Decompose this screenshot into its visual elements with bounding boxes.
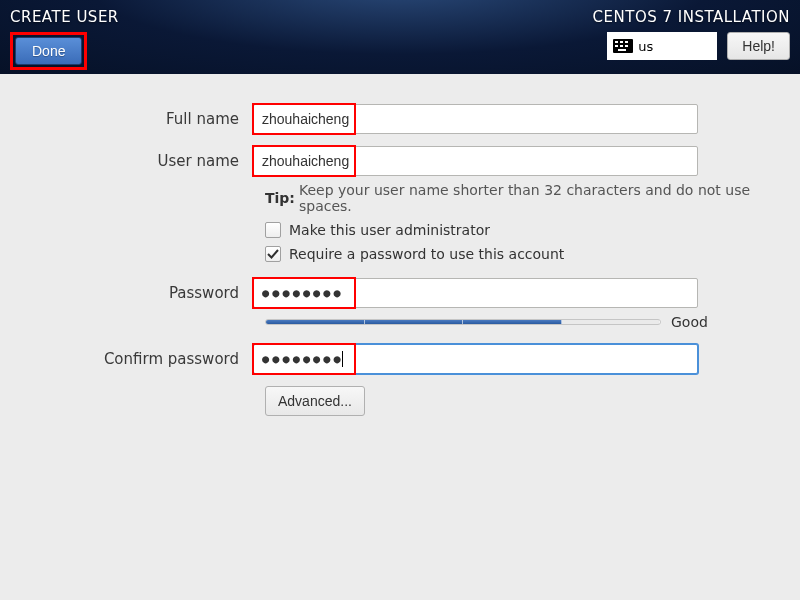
header-bar: CREATE USER Done CENTOS 7 INSTALLATION u… xyxy=(0,0,800,74)
help-button[interactable]: Help! xyxy=(727,32,790,60)
password-strength-row: Good xyxy=(253,314,773,330)
strength-segment xyxy=(365,320,464,324)
require-password-checkbox[interactable] xyxy=(265,246,281,262)
user-name-label: User name xyxy=(10,152,253,170)
require-password-row: Require a password to use this account xyxy=(253,246,773,262)
page-title: CREATE USER xyxy=(10,8,119,26)
header-left: CREATE USER Done xyxy=(10,8,119,70)
keyboard-icon xyxy=(613,39,633,53)
admin-checkbox[interactable] xyxy=(265,222,281,238)
strength-segment xyxy=(463,320,562,324)
keyboard-layout-label: us xyxy=(638,39,653,54)
password-strength-meter xyxy=(265,319,661,325)
confirm-password-masked: ●●●●●●●● xyxy=(262,352,344,366)
header-right: CENTOS 7 INSTALLATION us Help! xyxy=(593,8,790,60)
full-name-field-wrap xyxy=(253,104,698,134)
password-masked: ●●●●●●●● xyxy=(262,286,344,300)
tip-prefix: Tip: xyxy=(265,190,295,206)
done-highlight: Done xyxy=(10,32,87,70)
confirm-password-label: Confirm password xyxy=(10,350,253,368)
password-field-wrap: ●●●●●●●● xyxy=(253,278,698,308)
header-controls: us Help! xyxy=(607,32,790,60)
full-name-input[interactable] xyxy=(253,104,698,134)
confirm-password-input[interactable]: ●●●●●●●● xyxy=(253,344,698,374)
installer-title: CENTOS 7 INSTALLATION xyxy=(593,8,790,26)
tip-text: Keep your user name shorter than 32 char… xyxy=(299,182,773,214)
full-name-label: Full name xyxy=(10,110,253,128)
admin-checkbox-row: Make this user administrator xyxy=(253,222,773,238)
password-label: Password xyxy=(10,284,253,302)
admin-checkbox-label: Make this user administrator xyxy=(289,222,490,238)
done-button[interactable]: Done xyxy=(15,37,82,65)
user-name-input[interactable] xyxy=(253,146,698,176)
create-user-form: Full name User name Tip: Keep your user … xyxy=(0,74,800,432)
username-tip: Tip: Keep your user name shorter than 32… xyxy=(253,182,773,214)
advanced-button[interactable]: Advanced... xyxy=(265,386,365,416)
strength-segment xyxy=(562,320,661,324)
text-cursor xyxy=(342,351,343,367)
require-password-label: Require a password to use this account xyxy=(289,246,564,262)
user-name-field-wrap xyxy=(253,146,698,176)
password-strength-label: Good xyxy=(671,314,708,330)
keyboard-layout-indicator[interactable]: us xyxy=(607,32,717,60)
check-icon xyxy=(267,248,279,260)
strength-segment xyxy=(266,320,365,324)
password-input[interactable]: ●●●●●●●● xyxy=(253,278,698,308)
confirm-password-field-wrap: ●●●●●●●● xyxy=(253,344,698,374)
advanced-row: Advanced... xyxy=(253,386,773,416)
